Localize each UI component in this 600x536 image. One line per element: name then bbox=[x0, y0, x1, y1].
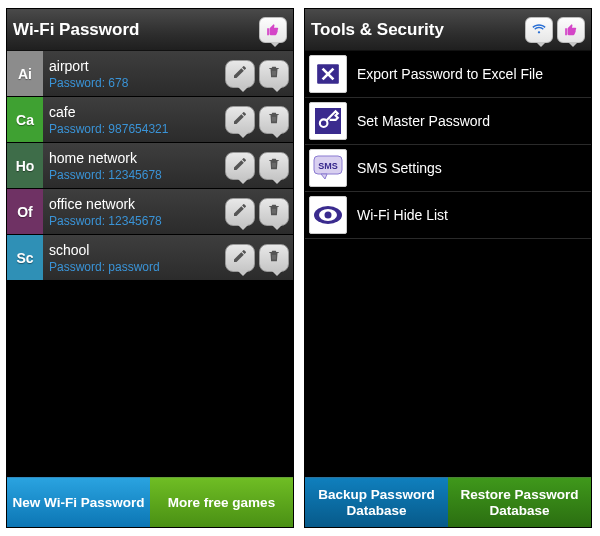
tool-label: Wi-Fi Hide List bbox=[357, 207, 448, 223]
more-free-games-button[interactable]: More free games bbox=[150, 477, 293, 527]
delete-button[interactable] bbox=[259, 198, 289, 226]
svg-point-7 bbox=[325, 212, 332, 219]
delete-button[interactable] bbox=[259, 106, 289, 134]
network-name: home network bbox=[49, 150, 215, 166]
row-text: airportPassword: 678 bbox=[43, 51, 221, 96]
password-label: Password: 12345678 bbox=[49, 168, 215, 182]
network-name: school bbox=[49, 242, 215, 258]
titlebar-right: Tools & Security bbox=[305, 9, 591, 51]
pencil-icon bbox=[232, 248, 248, 268]
row-text: home networkPassword: 12345678 bbox=[43, 143, 221, 188]
wifi-row[interactable]: Ofoffice networkPassword: 12345678 bbox=[7, 189, 293, 235]
tool-row[interactable]: Set Master Password bbox=[305, 98, 591, 145]
backup-database-button[interactable]: Backup Password Database bbox=[305, 477, 448, 527]
wifi-row[interactable]: Hohome networkPassword: 12345678 bbox=[7, 143, 293, 189]
delete-button[interactable] bbox=[259, 244, 289, 272]
trash-icon bbox=[267, 110, 281, 130]
row-text: office networkPassword: 12345678 bbox=[43, 189, 221, 234]
row-text: schoolPassword: password bbox=[43, 235, 221, 280]
trash-icon bbox=[267, 64, 281, 84]
tool-label: SMS Settings bbox=[357, 160, 442, 176]
edit-button[interactable] bbox=[225, 198, 255, 226]
tool-label: Export Password to Excel File bbox=[357, 66, 543, 82]
tools-security-screen: Tools & Security Export Password to Exce… bbox=[304, 8, 592, 528]
wifi-row[interactable]: ScschoolPassword: password bbox=[7, 235, 293, 281]
row-text: cafePassword: 987654321 bbox=[43, 97, 221, 142]
trash-icon bbox=[267, 156, 281, 176]
edit-button[interactable] bbox=[225, 152, 255, 180]
trash-icon bbox=[267, 248, 281, 268]
pencil-icon bbox=[232, 64, 248, 84]
password-label: Password: 12345678 bbox=[49, 214, 215, 228]
pencil-icon bbox=[232, 156, 248, 176]
tool-row[interactable]: Export Password to Excel File bbox=[305, 51, 591, 98]
badge: Of bbox=[7, 189, 43, 234]
sms-icon: SMS bbox=[309, 149, 347, 187]
edit-button[interactable] bbox=[225, 60, 255, 88]
wifi-password-screen: Wi-Fi Password AiairportPassword: 678Cac… bbox=[6, 8, 294, 528]
tool-row[interactable]: SMSSMS Settings bbox=[305, 145, 591, 192]
wifi-row[interactable]: CacafePassword: 987654321 bbox=[7, 97, 293, 143]
badge: Ho bbox=[7, 143, 43, 188]
password-label: Password: password bbox=[49, 260, 215, 274]
excel-icon bbox=[309, 55, 347, 93]
wifi-row[interactable]: AiairportPassword: 678 bbox=[7, 51, 293, 97]
page-title: Tools & Security bbox=[311, 20, 444, 40]
restore-database-button[interactable]: Restore Password Database bbox=[448, 477, 591, 527]
wifi-list: AiairportPassword: 678CacafePassword: 98… bbox=[7, 51, 293, 477]
bottom-bar-left: New Wi-Fi Password More free games bbox=[7, 477, 293, 527]
titlebar-left: Wi-Fi Password bbox=[7, 9, 293, 51]
network-name: cafe bbox=[49, 104, 215, 120]
password-label: Password: 987654321 bbox=[49, 122, 215, 136]
bottom-bar-right: Backup Password Database Restore Passwor… bbox=[305, 477, 591, 527]
pencil-icon bbox=[232, 202, 248, 222]
edit-button[interactable] bbox=[225, 244, 255, 272]
tool-label: Set Master Password bbox=[357, 113, 490, 129]
badge: Ai bbox=[7, 51, 43, 96]
trash-icon bbox=[267, 202, 281, 222]
eye-icon bbox=[309, 196, 347, 234]
password-label: Password: 678 bbox=[49, 76, 215, 90]
like-button[interactable] bbox=[557, 17, 585, 43]
svg-text:SMS: SMS bbox=[318, 161, 338, 171]
edit-button[interactable] bbox=[225, 106, 255, 134]
network-name: office network bbox=[49, 196, 215, 212]
network-name: airport bbox=[49, 58, 215, 74]
new-wifi-password-button[interactable]: New Wi-Fi Password bbox=[7, 477, 150, 527]
pencil-icon bbox=[232, 110, 248, 130]
key-icon bbox=[309, 102, 347, 140]
like-button[interactable] bbox=[259, 17, 287, 43]
badge: Sc bbox=[7, 235, 43, 280]
page-title: Wi-Fi Password bbox=[13, 20, 139, 40]
tools-list: Export Password to Excel FileSet Master … bbox=[305, 51, 591, 477]
badge: Ca bbox=[7, 97, 43, 142]
delete-button[interactable] bbox=[259, 152, 289, 180]
tool-row[interactable]: Wi-Fi Hide List bbox=[305, 192, 591, 239]
wifi-info-button[interactable] bbox=[525, 17, 553, 43]
delete-button[interactable] bbox=[259, 60, 289, 88]
